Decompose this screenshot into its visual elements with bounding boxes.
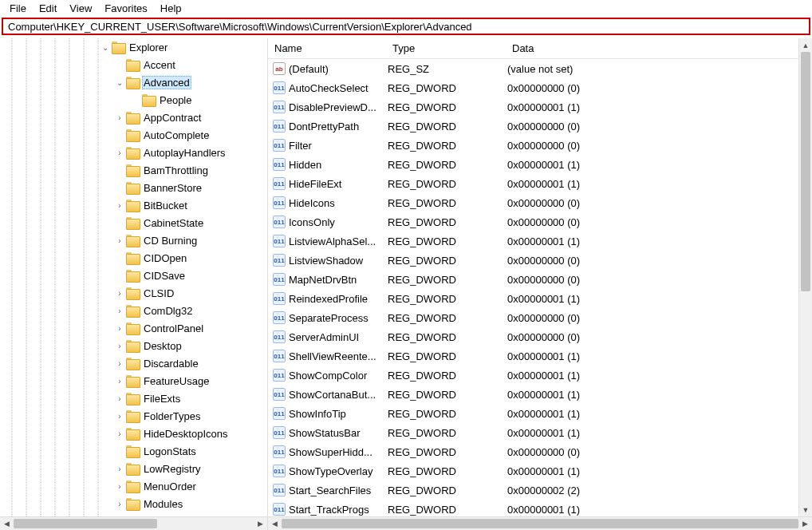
chevron-right-icon[interactable]: › bbox=[113, 497, 126, 510]
binary-value-icon: 011 bbox=[273, 503, 286, 516]
tree-item[interactable]: ›AutoplayHandlers bbox=[0, 144, 267, 161]
values-hscrollbar[interactable]: ◀ ▶ bbox=[268, 516, 812, 530]
value-row[interactable]: 011Start_TrackProgsREG_DWORD0x00000001 (… bbox=[268, 500, 798, 516]
value-row[interactable]: 011DontPrettyPathREG_DWORD0x00000000 (0) bbox=[268, 117, 798, 136]
chevron-right-icon[interactable]: › bbox=[113, 480, 126, 492]
values-list[interactable]: ab(Default)REG_SZ(value not set)011AutoC… bbox=[268, 59, 798, 516]
value-row[interactable]: 011ListviewAlphaSel...REG_DWORD0x0000000… bbox=[268, 231, 798, 251]
tree-item[interactable]: ›ControlPanel bbox=[0, 319, 267, 337]
column-header-data[interactable]: Data bbox=[506, 42, 798, 54]
scroll-right-icon[interactable]: ▶ bbox=[254, 517, 267, 531]
vscroll-thumb[interactable] bbox=[801, 52, 810, 291]
menu-favorites[interactable]: Favorites bbox=[98, 2, 153, 14]
value-row[interactable]: 011ShowSuperHidd...REG_DWORD0x00000000 (… bbox=[268, 442, 798, 461]
chevron-right-icon[interactable]: › bbox=[113, 146, 126, 159]
scroll-up-icon[interactable]: ▲ bbox=[799, 38, 812, 52]
chevron-right-icon[interactable]: › bbox=[113, 339, 126, 352]
tree-item[interactable]: People bbox=[0, 91, 267, 109]
chevron-down-icon[interactable]: ⌄ bbox=[99, 41, 112, 53]
value-row[interactable]: 011AutoCheckSelectREG_DWORD0x00000000 (0… bbox=[268, 78, 798, 97]
tree-item[interactable]: ›AppContract bbox=[0, 109, 267, 126]
value-type: REG_DWORD bbox=[388, 446, 507, 458]
column-header-name[interactable]: Name bbox=[268, 42, 386, 54]
value-row[interactable]: 011ShowCortanaBut...REG_DWORD0x00000001 … bbox=[268, 385, 798, 404]
tree-item[interactable]: ⌄Advanced bbox=[0, 73, 267, 91]
value-row[interactable]: 011DisablePreviewD...REG_DWORD0x00000001… bbox=[268, 97, 798, 117]
value-row[interactable]: 011ShowStatusBarREG_DWORD0x00000001 (1) bbox=[268, 423, 798, 442]
tree-item[interactable]: ›FileExts bbox=[0, 390, 267, 407]
chevron-right-icon[interactable]: › bbox=[113, 357, 126, 370]
tree-item[interactable]: ›MenuOrder bbox=[0, 477, 267, 495]
value-row[interactable]: 011HideIconsREG_DWORD0x00000000 (0) bbox=[268, 193, 798, 212]
tree-item[interactable]: Accent bbox=[0, 56, 267, 73]
value-row[interactable]: 011FilterREG_DWORD0x00000000 (0) bbox=[268, 136, 798, 155]
tree-item[interactable]: AutoComplete bbox=[0, 126, 267, 144]
chevron-right-icon[interactable]: › bbox=[113, 322, 126, 334]
chevron-down-icon[interactable]: ⌄ bbox=[113, 76, 126, 89]
scroll-left-icon[interactable]: ◀ bbox=[268, 517, 282, 531]
menu-edit[interactable]: Edit bbox=[33, 2, 63, 14]
column-header-type[interactable]: Type bbox=[386, 42, 506, 54]
scroll-left-icon[interactable]: ◀ bbox=[0, 517, 14, 531]
menu-file[interactable]: File bbox=[3, 2, 33, 14]
value-row[interactable]: 011ListviewShadowREG_DWORD0x00000000 (0) bbox=[268, 251, 798, 270]
tree-item[interactable]: BamThrottling bbox=[0, 161, 267, 179]
chevron-right-icon[interactable]: › bbox=[113, 199, 126, 212]
key-tree[interactable]: ⌄ExplorerAccent⌄AdvancedPeople›AppContra… bbox=[0, 38, 267, 516]
tree-item[interactable]: CIDSave bbox=[0, 267, 267, 284]
chevron-right-icon[interactable]: › bbox=[113, 304, 126, 317]
value-row[interactable]: 011SeparateProcessREG_DWORD0x00000000 (0… bbox=[268, 308, 798, 327]
value-row[interactable]: 011MapNetDrvBtnREG_DWORD0x00000000 (0) bbox=[268, 270, 798, 289]
menu-help[interactable]: Help bbox=[154, 2, 188, 14]
tree-item[interactable]: ›CLSID bbox=[0, 284, 267, 302]
chevron-right-icon[interactable]: › bbox=[113, 374, 126, 387]
chevron-right-icon[interactable]: › bbox=[113, 392, 126, 405]
value-row[interactable]: 011HideFileExtREG_DWORD0x00000001 (1) bbox=[268, 174, 798, 193]
value-row[interactable]: 011HiddenREG_DWORD0x00000001 (1) bbox=[268, 155, 798, 174]
tree-item[interactable]: ›FolderTypes bbox=[0, 407, 267, 425]
tree-item[interactable]: LogonStats bbox=[0, 442, 267, 460]
chevron-right-icon[interactable]: › bbox=[113, 427, 126, 440]
value-row[interactable]: 011ShowInfoTipREG_DWORD0x00000001 (1) bbox=[268, 404, 798, 423]
tree-item[interactable]: ⌄Explorer bbox=[0, 38, 267, 56]
value-name: ServerAdminUI bbox=[289, 331, 388, 343]
value-type: REG_DWORD bbox=[388, 216, 507, 228]
chevron-right-icon[interactable]: › bbox=[113, 234, 126, 247]
tree-item[interactable]: ›Modules bbox=[0, 495, 267, 512]
values-vscrollbar[interactable]: ▲ ▼ bbox=[798, 38, 812, 516]
chevron-right-icon[interactable]: › bbox=[113, 409, 126, 422]
value-type: REG_DWORD bbox=[388, 350, 507, 362]
values-hscroll-thumb[interactable] bbox=[282, 519, 798, 528]
value-row[interactable]: 011ShowTypeOverlayREG_DWORD0x00000001 (1… bbox=[268, 461, 798, 481]
tree-item[interactable]: ›CD Burning bbox=[0, 231, 267, 249]
tree-hscroll-thumb[interactable] bbox=[14, 519, 157, 528]
address-input[interactable] bbox=[6, 20, 806, 34]
value-row[interactable]: 011Start_SearchFilesREG_DWORD0x00000002 … bbox=[268, 481, 798, 500]
tree-hscrollbar[interactable]: ◀ ▶ bbox=[0, 516, 268, 530]
value-row[interactable]: 011ReindexedProfileREG_DWORD0x00000001 (… bbox=[268, 289, 798, 308]
value-row[interactable]: 011ShellViewReente...REG_DWORD0x00000001… bbox=[268, 346, 798, 366]
value-data: 0x00000001 (1) bbox=[507, 350, 798, 362]
value-row[interactable]: 011ServerAdminUIREG_DWORD0x00000000 (0) bbox=[268, 327, 798, 346]
tree-item[interactable]: ›Discardable bbox=[0, 354, 267, 372]
chevron-right-icon[interactable]: › bbox=[113, 462, 126, 475]
tree-item[interactable]: CabinetState bbox=[0, 214, 267, 231]
tree-item[interactable]: ›FeatureUsage bbox=[0, 372, 267, 390]
tree-item[interactable]: ›HideDesktopIcons bbox=[0, 425, 267, 442]
value-type: REG_DWORD bbox=[388, 140, 507, 152]
value-row[interactable]: 011ShowCompColorREG_DWORD0x00000001 (1) bbox=[268, 366, 798, 385]
tree-item-label: CIDSave bbox=[142, 270, 187, 282]
tree-item[interactable]: ›ComDlg32 bbox=[0, 302, 267, 319]
chevron-right-icon[interactable]: › bbox=[113, 287, 126, 299]
value-row[interactable]: 011IconsOnlyREG_DWORD0x00000000 (0) bbox=[268, 212, 798, 231]
value-row[interactable]: ab(Default)REG_SZ(value not set) bbox=[268, 59, 798, 78]
tree-item[interactable]: CIDOpen bbox=[0, 249, 267, 267]
chevron-right-icon[interactable]: › bbox=[113, 111, 126, 124]
tree-item[interactable]: BannerStore bbox=[0, 179, 267, 196]
scroll-down-icon[interactable]: ▼ bbox=[799, 503, 812, 516]
tree-item[interactable]: ›LowRegistry bbox=[0, 460, 267, 477]
menu-view[interactable]: View bbox=[63, 2, 98, 14]
tree-item[interactable]: ›Desktop bbox=[0, 337, 267, 354]
tree-item[interactable]: ›BitBucket bbox=[0, 196, 267, 214]
scroll-right-icon[interactable]: ▶ bbox=[798, 517, 812, 531]
